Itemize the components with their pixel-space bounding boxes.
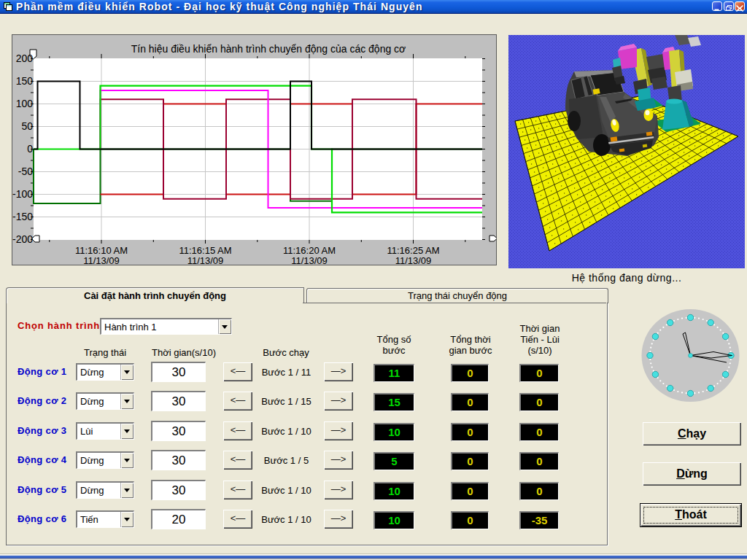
svg-text:11:16:10 AM: 11:16:10 AM [75,245,128,256]
svg-text:50: 50 [21,120,33,132]
svg-text:11/13/09: 11/13/09 [395,255,432,265]
svg-text:11/13/09: 11/13/09 [187,255,224,265]
svg-text:150: 150 [16,75,34,87]
svg-text:-50: -50 [18,166,33,177]
svg-text:Tín hiệu điều khiển hành trình: Tín hiệu điều khiển hành trình chuyển độ… [131,43,406,55]
svg-text:11/13/09: 11/13/09 [83,255,120,265]
svg-text:-100: -100 [12,188,33,200]
svg-text:11:16:25 AM: 11:16:25 AM [387,245,439,256]
svg-text:-150: -150 [12,211,33,222]
svg-text:-200: -200 [12,233,33,245]
svg-text:11:16:20 AM: 11:16:20 AM [283,245,336,256]
svg-text:0: 0 [27,143,33,155]
svg-text:11/13/09: 11/13/09 [291,255,328,265]
svg-text:11:16:15 AM: 11:16:15 AM [179,245,231,256]
svg-text:100: 100 [16,98,34,109]
svg-text:200: 200 [16,52,34,64]
